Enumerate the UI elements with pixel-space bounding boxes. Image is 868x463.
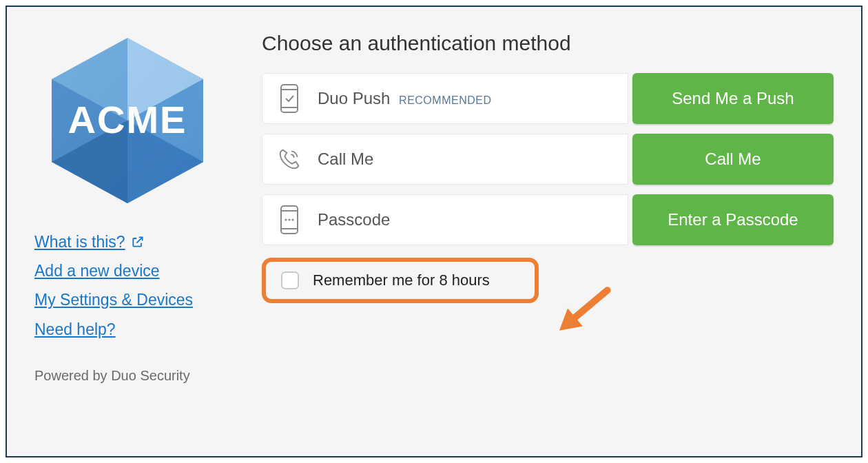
- remember-me-label: Remember me for 8 hours: [313, 271, 490, 289]
- svg-point-16: [291, 218, 293, 220]
- svg-line-17: [572, 290, 607, 320]
- external-link-icon: [131, 235, 145, 249]
- method-info-call: Call Me: [262, 134, 628, 185]
- auth-prompt-container: ACME What is this? Add a new device My S…: [6, 6, 862, 457]
- method-row-push: Duo Push RECOMMENDED Send Me a Push: [262, 73, 834, 124]
- method-info-push: Duo Push RECOMMENDED: [262, 73, 628, 124]
- link-add-device[interactable]: Add a new device: [34, 260, 220, 282]
- hexagon-logo-icon: ACME: [38, 31, 217, 210]
- link-settings-devices[interactable]: My Settings & Devices: [34, 289, 220, 311]
- svg-point-15: [288, 218, 290, 220]
- remember-me-checkbox[interactable]: [281, 271, 299, 289]
- phone-call-icon: [276, 145, 302, 173]
- recommended-badge: RECOMMENDED: [399, 94, 491, 106]
- link-label: What is this?: [34, 231, 125, 253]
- method-row-call: Call Me Call Me: [262, 134, 834, 185]
- link-what-is-this[interactable]: What is this?: [34, 231, 220, 253]
- annotation-arrow-icon: [548, 277, 624, 342]
- method-label-passcode: Passcode: [318, 210, 390, 229]
- remember-me-row: Remember me for 8 hours: [262, 258, 539, 303]
- page-title: Choose an authentication method: [262, 32, 834, 55]
- method-name: Duo Push: [318, 89, 390, 107]
- phone-check-icon: [276, 83, 302, 114]
- svg-text:ACME: ACME: [68, 98, 187, 141]
- main-panel: Choose an authentication method Duo Push…: [262, 28, 834, 435]
- send-push-button[interactable]: Send Me a Push: [632, 73, 834, 124]
- call-me-button[interactable]: Call Me: [632, 134, 834, 185]
- method-label-call: Call Me: [318, 150, 373, 169]
- sidebar: ACME What is this? Add a new device My S…: [34, 28, 220, 435]
- enter-passcode-button[interactable]: Enter a Passcode: [632, 194, 834, 245]
- sidebar-links: What is this? Add a new device My Settin…: [34, 231, 220, 340]
- link-need-help[interactable]: Need help?: [34, 318, 220, 340]
- brand-logo: ACME: [34, 28, 220, 214]
- method-info-passcode: Passcode: [262, 194, 628, 245]
- svg-point-14: [285, 218, 287, 220]
- remember-me-highlight: Remember me for 8 hours: [262, 258, 539, 303]
- powered-by-text: Powered by Duo Security: [34, 368, 220, 384]
- method-label-push: Duo Push RECOMMENDED: [318, 89, 491, 108]
- method-row-passcode: Passcode Enter a Passcode: [262, 194, 834, 245]
- phone-passcode-icon: [276, 205, 302, 235]
